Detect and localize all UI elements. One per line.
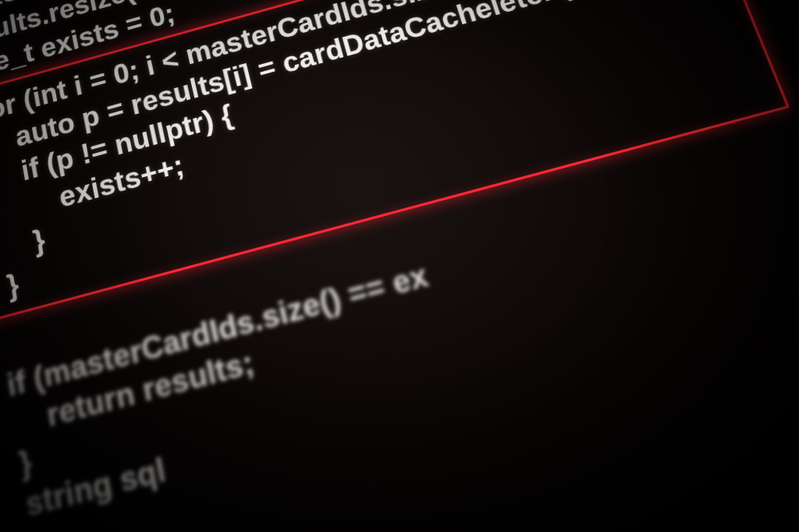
code-line: }	[0, 268, 21, 321]
code-block: ...ardModek::getMasterCardDatasBy vector…	[0, 0, 799, 532]
code-panel: ...ardModek::getMasterCardDatasBy vector…	[0, 0, 799, 532]
code-photo-stage: ...ardModek::getMasterCardDatasBy vector…	[0, 0, 799, 532]
